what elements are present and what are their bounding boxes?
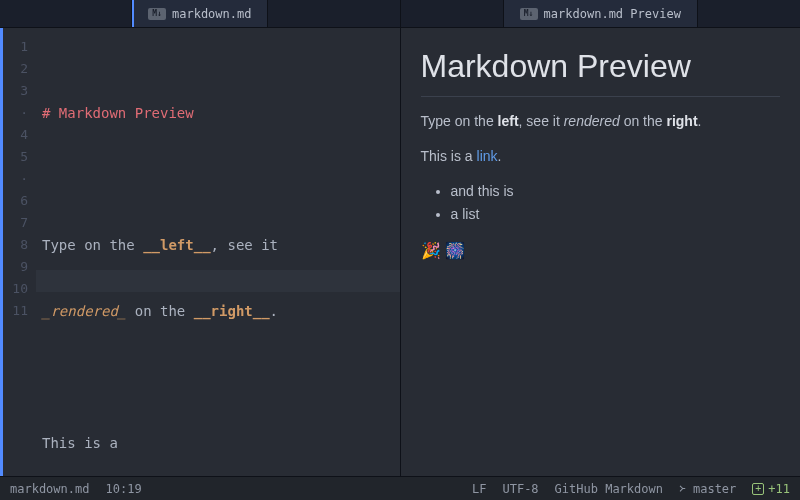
status-git-diff[interactable]: + +11 [752,482,790,496]
editor-tab-label: markdown.md [172,7,251,21]
preview-link[interactable]: link [477,148,498,164]
list-item: a list [451,204,781,225]
list-item: and this is [451,181,781,202]
preview-heading: Markdown Preview [421,42,781,97]
editor-body[interactable]: 1 2 3 · 4 5 · 6 7 8 9 10 11 # Markdown P… [0,28,400,476]
editor-tab[interactable]: M↓ markdown.md [131,0,268,27]
editor-tabbar: M↓ markdown.md [0,0,400,28]
markdown-badge-icon: M↓ [520,8,538,20]
preview-body[interactable]: Markdown Preview Type on the left, see i… [401,28,801,476]
markdown-badge-icon: M↓ [148,8,166,20]
code-area[interactable]: # Markdown Preview Type on the __left__,… [36,28,400,476]
preview-paragraph-1: Type on the left, see it rendered on the… [421,111,781,132]
preview-list: and this is a list [421,181,781,225]
git-branch-icon [679,483,689,495]
preview-tab-label: markdown.md Preview [544,7,681,21]
diff-added-icon: + [752,483,764,495]
cursor-line-highlight [36,270,400,292]
status-grammar[interactable]: GitHub Markdown [555,482,663,496]
status-eol[interactable]: LF [472,482,486,496]
editor-pane: M↓ markdown.md 1 2 3 · 4 5 · 6 7 8 9 10 … [0,0,401,476]
status-branch[interactable]: master [679,482,736,496]
preview-emoji-row: 🎉 🎆 [421,239,781,263]
preview-pane: M↓ markdown.md Preview Markdown Preview … [401,0,801,476]
active-tab-accent [132,0,134,27]
line-number-gutter: 1 2 3 · 4 5 · 6 7 8 9 10 11 [0,28,36,476]
preview-tab[interactable]: M↓ markdown.md Preview [503,0,698,27]
preview-paragraph-2: This is a link. [421,146,781,167]
status-encoding[interactable]: UTF-8 [502,482,538,496]
editor-active-accent [0,28,3,476]
preview-tabbar: M↓ markdown.md Preview [401,0,801,28]
split-panes: M↓ markdown.md 1 2 3 · 4 5 · 6 7 8 9 10 … [0,0,800,476]
